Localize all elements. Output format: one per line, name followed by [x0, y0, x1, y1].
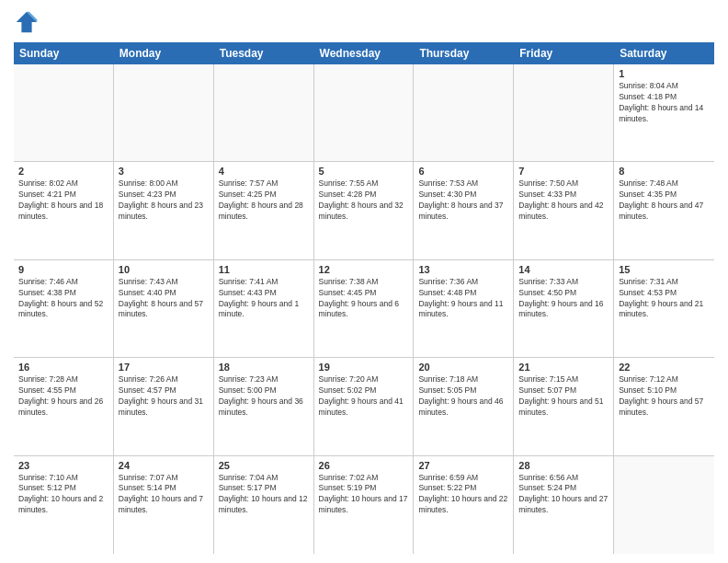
- calendar-body: 1Sunrise: 8:04 AM Sunset: 4:18 PM Daylig…: [14, 64, 714, 554]
- calendar-cell: [314, 64, 415, 161]
- day-info: Sunrise: 7:28 AM Sunset: 4:55 PM Dayligh…: [18, 374, 108, 419]
- day-number: 4: [219, 166, 309, 177]
- calendar-header: SundayMondayTuesdayWednesdayThursdayFrid…: [14, 42, 714, 64]
- day-number: 17: [119, 362, 209, 373]
- day-number: 2: [18, 166, 108, 177]
- day-number: 14: [518, 264, 609, 275]
- calendar-cell: 2Sunrise: 8:02 AM Sunset: 4:21 PM Daylig…: [14, 162, 114, 259]
- calendar-cell: 25Sunrise: 7:04 AM Sunset: 5:17 PM Dayli…: [214, 456, 314, 554]
- calendar-cell: 21Sunrise: 7:15 AM Sunset: 5:07 PM Dayli…: [514, 358, 614, 454]
- day-info: Sunrise: 7:15 AM Sunset: 5:07 PM Dayligh…: [518, 374, 609, 419]
- calendar-cell: 17Sunrise: 7:26 AM Sunset: 4:57 PM Dayli…: [114, 358, 214, 454]
- calendar-cell: 7Sunrise: 7:50 AM Sunset: 4:33 PM Daylig…: [514, 162, 614, 259]
- day-number: 13: [418, 264, 508, 275]
- svg-marker-0: [17, 12, 37, 32]
- week-row-5: 23Sunrise: 7:10 AM Sunset: 5:12 PM Dayli…: [14, 456, 714, 554]
- day-info: Sunrise: 7:41 AM Sunset: 4:43 PM Dayligh…: [219, 277, 309, 321]
- day-number: 1: [619, 68, 710, 79]
- logo: [14, 9, 43, 35]
- day-number: 21: [518, 362, 609, 373]
- day-header-tuesday: Tuesday: [214, 42, 314, 64]
- day-number: 23: [18, 460, 108, 471]
- day-info: Sunrise: 7:50 AM Sunset: 4:33 PM Dayligh…: [518, 178, 609, 223]
- calendar-cell: 12Sunrise: 7:38 AM Sunset: 4:45 PM Dayli…: [314, 260, 415, 357]
- calendar-cell: [214, 64, 314, 161]
- day-info: Sunrise: 6:59 AM Sunset: 5:22 PM Dayligh…: [418, 473, 508, 517]
- calendar-cell: [414, 64, 514, 161]
- day-header-thursday: Thursday: [414, 42, 514, 64]
- day-info: Sunrise: 7:07 AM Sunset: 5:14 PM Dayligh…: [119, 473, 209, 517]
- logo-icon: [14, 9, 40, 35]
- calendar-cell: 13Sunrise: 7:36 AM Sunset: 4:48 PM Dayli…: [414, 260, 514, 357]
- day-number: 28: [518, 460, 609, 471]
- day-info: Sunrise: 7:02 AM Sunset: 5:19 PM Dayligh…: [319, 473, 409, 517]
- day-number: 16: [18, 362, 108, 373]
- day-number: 18: [219, 362, 309, 373]
- day-number: 7: [518, 166, 609, 177]
- week-row-1: 1Sunrise: 8:04 AM Sunset: 4:18 PM Daylig…: [14, 64, 714, 162]
- calendar-cell: [14, 64, 114, 161]
- calendar-cell: [114, 64, 214, 161]
- day-info: Sunrise: 7:12 AM Sunset: 5:10 PM Dayligh…: [619, 374, 710, 419]
- day-header-friday: Friday: [514, 42, 614, 64]
- day-info: Sunrise: 7:18 AM Sunset: 5:05 PM Dayligh…: [418, 374, 508, 419]
- day-info: Sunrise: 7:10 AM Sunset: 5:12 PM Dayligh…: [18, 473, 108, 517]
- day-info: Sunrise: 7:20 AM Sunset: 5:02 PM Dayligh…: [319, 374, 409, 419]
- week-row-2: 2Sunrise: 8:02 AM Sunset: 4:21 PM Daylig…: [14, 162, 714, 259]
- day-info: Sunrise: 7:48 AM Sunset: 4:35 PM Dayligh…: [619, 178, 710, 223]
- calendar-cell: [614, 456, 714, 554]
- day-number: 20: [418, 362, 508, 373]
- calendar-cell: 20Sunrise: 7:18 AM Sunset: 5:05 PM Dayli…: [414, 358, 514, 454]
- day-number: 15: [619, 264, 710, 275]
- calendar-cell: [514, 64, 614, 161]
- calendar-cell: 9Sunrise: 7:46 AM Sunset: 4:38 PM Daylig…: [14, 260, 114, 357]
- day-number: 9: [18, 264, 108, 275]
- day-info: Sunrise: 7:31 AM Sunset: 4:53 PM Dayligh…: [619, 277, 710, 321]
- day-info: Sunrise: 7:36 AM Sunset: 4:48 PM Dayligh…: [418, 277, 508, 321]
- day-number: 19: [319, 362, 409, 373]
- day-header-monday: Monday: [114, 42, 214, 64]
- day-info: Sunrise: 7:53 AM Sunset: 4:30 PM Dayligh…: [418, 178, 508, 223]
- day-info: Sunrise: 6:56 AM Sunset: 5:24 PM Dayligh…: [518, 473, 609, 517]
- calendar-cell: 19Sunrise: 7:20 AM Sunset: 5:02 PM Dayli…: [314, 358, 415, 454]
- calendar: SundayMondayTuesdayWednesdayThursdayFrid…: [14, 42, 714, 554]
- day-number: 10: [119, 264, 209, 275]
- day-header-saturday: Saturday: [614, 42, 714, 64]
- day-number: 6: [418, 166, 508, 177]
- calendar-cell: 8Sunrise: 7:48 AM Sunset: 4:35 PM Daylig…: [614, 162, 714, 259]
- calendar-cell: 23Sunrise: 7:10 AM Sunset: 5:12 PM Dayli…: [14, 456, 114, 554]
- calendar-cell: 1Sunrise: 8:04 AM Sunset: 4:18 PM Daylig…: [614, 64, 714, 161]
- week-row-4: 16Sunrise: 7:28 AM Sunset: 4:55 PM Dayli…: [14, 358, 714, 455]
- day-info: Sunrise: 7:46 AM Sunset: 4:38 PM Dayligh…: [18, 277, 108, 321]
- calendar-cell: 22Sunrise: 7:12 AM Sunset: 5:10 PM Dayli…: [614, 358, 714, 454]
- day-number: 5: [319, 166, 409, 177]
- calendar-container: SundayMondayTuesdayWednesdayThursdayFrid…: [0, 0, 728, 563]
- calendar-cell: 18Sunrise: 7:23 AM Sunset: 5:00 PM Dayli…: [214, 358, 314, 454]
- calendar-cell: 11Sunrise: 7:41 AM Sunset: 4:43 PM Dayli…: [214, 260, 314, 357]
- day-info: Sunrise: 7:38 AM Sunset: 4:45 PM Dayligh…: [319, 277, 409, 321]
- day-info: Sunrise: 7:23 AM Sunset: 5:00 PM Dayligh…: [219, 374, 309, 419]
- day-number: 8: [619, 166, 710, 177]
- calendar-cell: 15Sunrise: 7:31 AM Sunset: 4:53 PM Dayli…: [614, 260, 714, 357]
- day-info: Sunrise: 8:02 AM Sunset: 4:21 PM Dayligh…: [18, 178, 108, 223]
- calendar-cell: 24Sunrise: 7:07 AM Sunset: 5:14 PM Dayli…: [114, 456, 214, 554]
- day-header-wednesday: Wednesday: [314, 42, 415, 64]
- day-number: 12: [319, 264, 409, 275]
- day-number: 3: [119, 166, 209, 177]
- day-info: Sunrise: 8:04 AM Sunset: 4:18 PM Dayligh…: [619, 81, 710, 125]
- calendar-cell: 16Sunrise: 7:28 AM Sunset: 4:55 PM Dayli…: [14, 358, 114, 454]
- day-info: Sunrise: 7:26 AM Sunset: 4:57 PM Dayligh…: [119, 374, 209, 419]
- calendar-cell: 4Sunrise: 7:57 AM Sunset: 4:25 PM Daylig…: [214, 162, 314, 259]
- calendar-cell: 28Sunrise: 6:56 AM Sunset: 5:24 PM Dayli…: [514, 456, 614, 554]
- day-info: Sunrise: 7:04 AM Sunset: 5:17 PM Dayligh…: [219, 473, 309, 517]
- calendar-cell: 3Sunrise: 8:00 AM Sunset: 4:23 PM Daylig…: [114, 162, 214, 259]
- day-info: Sunrise: 8:00 AM Sunset: 4:23 PM Dayligh…: [119, 178, 209, 223]
- day-info: Sunrise: 7:33 AM Sunset: 4:50 PM Dayligh…: [518, 277, 609, 321]
- day-number: 22: [619, 362, 710, 373]
- calendar-cell: 26Sunrise: 7:02 AM Sunset: 5:19 PM Dayli…: [314, 456, 415, 554]
- calendar-cell: 14Sunrise: 7:33 AM Sunset: 4:50 PM Dayli…: [514, 260, 614, 357]
- day-number: 24: [119, 460, 209, 471]
- day-number: 25: [219, 460, 309, 471]
- day-number: 11: [219, 264, 309, 275]
- calendar-cell: 10Sunrise: 7:43 AM Sunset: 4:40 PM Dayli…: [114, 260, 214, 357]
